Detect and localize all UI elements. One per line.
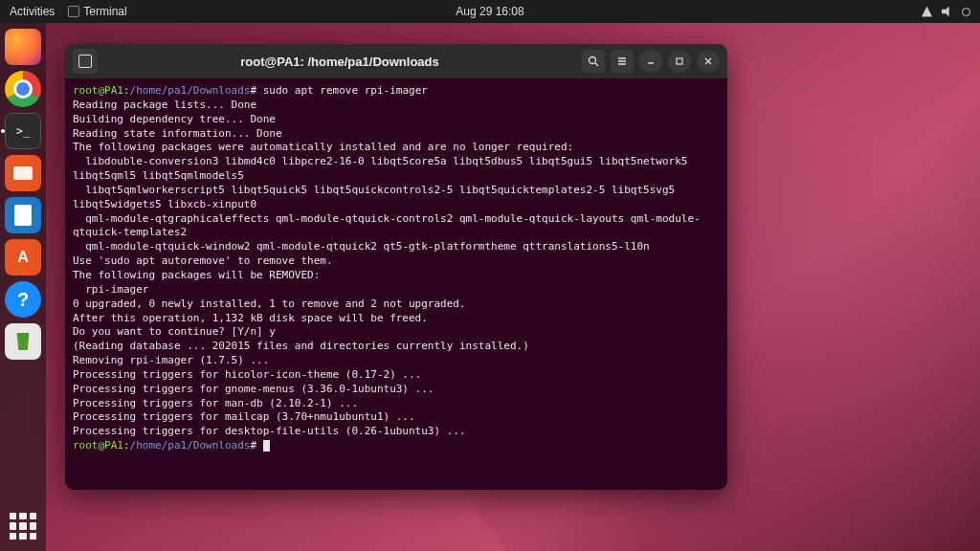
hamburger-icon: [616, 55, 628, 67]
new-tab-icon: [78, 55, 92, 68]
volume-icon: [942, 7, 952, 17]
terminal-line: The following packages were automaticall…: [73, 141, 720, 155]
window-titlebar[interactable]: root@PA1: /home/pa1/Downloads: [65, 44, 727, 78]
terminal-line: Processing triggers for gnome-menus (3.3…: [73, 383, 720, 397]
terminal-line: qml-module-qtquick-window2 qml-module-qt…: [73, 240, 720, 254]
terminal-line: qml-module-qtgraphicaleffects qml-module…: [73, 212, 720, 241]
dock: [0, 23, 46, 551]
svg-point-0: [590, 57, 596, 64]
new-tab-button[interactable]: [73, 49, 98, 74]
system-tray[interactable]: [922, 7, 970, 17]
terminal-line: Removing rpi-imager (1.7.5) ...: [73, 354, 720, 368]
help-icon[interactable]: [5, 281, 41, 318]
terminal-line: root@PA1:/home/pa1/Downloads# sudo apt r…: [73, 84, 720, 99]
close-button[interactable]: [697, 50, 720, 73]
terminal-body[interactable]: root@PA1:/home/pa1/Downloads# sudo apt r…: [65, 78, 727, 490]
activities-button[interactable]: Activities: [10, 5, 55, 18]
svg-line-1: [595, 63, 598, 66]
cursor: [263, 440, 270, 452]
files-icon[interactable]: [5, 155, 41, 191]
close-icon: [703, 56, 713, 66]
minimize-icon: [646, 56, 656, 66]
terminal-line: 0 upgraded, 0 newly installed, 1 to remo…: [73, 298, 720, 312]
libreoffice-writer-icon[interactable]: [5, 197, 41, 233]
search-button[interactable]: [582, 50, 605, 73]
terminal-icon: [68, 6, 79, 17]
terminal-line: Processing triggers for mailcap (3.70+nm…: [73, 410, 720, 425]
terminal-line: Processing triggers for desktop-file-uti…: [73, 425, 720, 439]
minimize-button[interactable]: [639, 50, 662, 73]
terminal-line: libdouble-conversion3 libmd4c0 libpcre2-…: [73, 155, 720, 184]
ubuntu-software-icon[interactable]: [5, 239, 41, 276]
svg-rect-6: [677, 58, 682, 64]
terminal-prompt[interactable]: root@PA1:/home/pa1/Downloads#: [73, 439, 720, 453]
clock[interactable]: Aug 29 16:08: [456, 5, 523, 18]
terminal-icon[interactable]: [5, 113, 41, 149]
terminal-line: Do you want to continue? [Y/n] y: [73, 325, 720, 340]
terminal-line: Processing triggers for hicolor-icon-the…: [73, 368, 720, 383]
terminal-line: libqt5qmlworkerscript5 libqt5quick5 libq…: [73, 184, 720, 212]
terminal-line: rpi-imager: [73, 283, 720, 298]
chrome-icon[interactable]: [5, 71, 41, 107]
menu-button[interactable]: [611, 50, 634, 73]
terminal-line: Use 'sudo apt autoremove' to remove them…: [73, 254, 720, 269]
app-menu[interactable]: Terminal: [68, 5, 126, 18]
terminal-line: (Reading database ... 202015 files and d…: [73, 340, 720, 354]
window-title: root@PA1: /home/pa1/Downloads: [103, 55, 576, 69]
network-icon: [922, 7, 932, 17]
power-icon: [962, 8, 970, 16]
gnome-topbar: Activities Terminal Aug 29 16:08: [0, 0, 980, 23]
app-menu-label: Terminal: [83, 5, 126, 18]
terminal-line: After this operation, 1,132 kB disk spac…: [73, 312, 720, 326]
terminal-window: root@PA1: /home/pa1/Downloads root@PA1:/…: [65, 44, 727, 490]
terminal-line: Reading state information... Done: [73, 127, 720, 142]
search-icon: [588, 55, 599, 67]
terminal-line: Processing triggers for man-db (2.10.2-1…: [73, 397, 720, 411]
terminal-line: The following packages will be REMOVED:: [73, 269, 720, 283]
maximize-icon: [675, 56, 684, 66]
terminal-line: Reading package lists... Done: [73, 99, 720, 113]
terminal-line: Building dependency tree... Done: [73, 113, 720, 127]
maximize-button[interactable]: [668, 50, 691, 73]
show-applications-button[interactable]: [6, 509, 40, 543]
trash-icon[interactable]: [5, 323, 41, 360]
firefox-icon[interactable]: [5, 29, 41, 65]
